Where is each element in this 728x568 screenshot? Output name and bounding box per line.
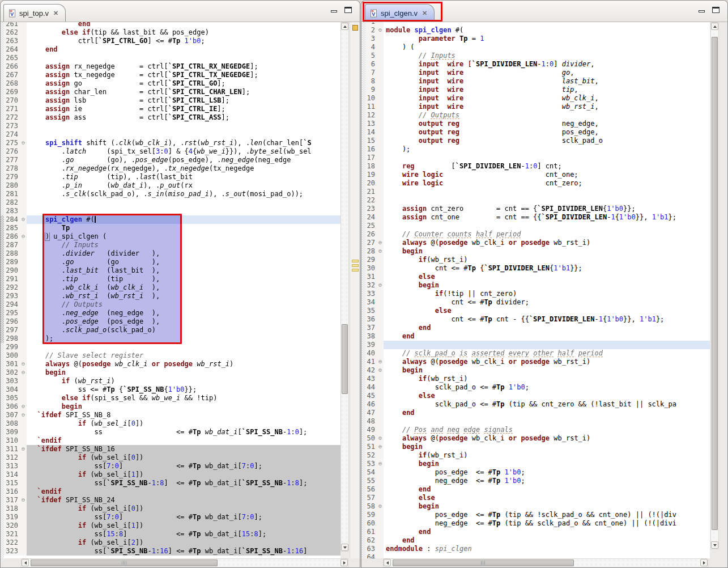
vertical-scrollbar[interactable] (340, 22, 349, 552)
code-line[interactable]: 60 neg_edge <= #Tp (tip && sclk_pad_o &&… (365, 519, 710, 528)
code-line[interactable]: 52 if(wb_rst_i) (365, 451, 710, 460)
fold-collapse-icon[interactable]: ⊖ (377, 281, 384, 290)
code-line[interactable]: 275⊖ spi_shift shift (.clk(wb_clk_i), .r… (4, 139, 340, 147)
code-line[interactable]: 34 cnt <= #Tp divider; (365, 298, 710, 307)
fold-collapse-icon[interactable]: ⊖ (20, 496, 27, 505)
vertical-scroll-thumb[interactable] (712, 37, 718, 530)
occurrence-marker[interactable] (352, 260, 359, 262)
code-line[interactable]: 278 .rx_negedge(rx_negedge), .tx_negedge… (4, 164, 340, 173)
code-line[interactable]: 277 .go (go), .pos_edge(pos_edge), .neg_… (4, 156, 340, 164)
code-line[interactable]: 316 `endif (4, 488, 340, 496)
code-line[interactable]: 21 (365, 188, 710, 196)
code-line[interactable]: 319 ss[7:0] <= #Tp wb_dat_i[7:0]; (4, 513, 340, 522)
scroll-up-arrow[interactable] (711, 23, 718, 30)
code-line[interactable]: 14 output reg pos_edge, (365, 128, 710, 137)
code-line[interactable]: 49 // Pos and neg edge signals (365, 426, 710, 434)
scroll-down-arrow[interactable] (341, 544, 348, 551)
scroll-down-arrow[interactable] (711, 541, 718, 549)
fold-collapse-icon[interactable]: ⊖ (377, 460, 384, 468)
fold-collapse-icon[interactable]: ⊖ (377, 247, 384, 256)
code-line[interactable]: 261 end (4, 22, 340, 28)
code-line[interactable]: 313 ss[7:0] <= #Tp wb_dat_i[7:0]; (4, 462, 340, 470)
code-line[interactable]: 272 assign ass = ctrl[`SPI_CTRL_ASS]; (4, 113, 340, 122)
code-line[interactable]: 268 assign go = ctrl[`SPI_CTRL_GO]; (4, 79, 340, 88)
code-line[interactable]: 37 end (365, 324, 710, 332)
code-line[interactable]: 309 ss <= #Tp wb_dat_i[`SPI_SS_NB-1:0]; (4, 428, 340, 436)
code-line[interactable]: 56 end (365, 485, 710, 494)
fold-collapse-icon[interactable]: ⊖ (377, 434, 384, 443)
fold-collapse-icon[interactable]: ⊖ (20, 368, 27, 377)
horizontal-scrollbar[interactable] (383, 558, 708, 567)
code-line[interactable]: 42⊖ begin (365, 366, 710, 375)
scroll-up-arrow[interactable] (341, 23, 348, 30)
tab-spi-top[interactable]: V spi_top.v ✕ (3, 4, 66, 22)
fold-collapse-icon[interactable]: ⊖ (377, 443, 384, 451)
code-line[interactable]: 267 assign tx_negedge = ctrl[`SPI_CTRL_T… (4, 71, 340, 79)
code-line[interactable]: 299 (4, 343, 340, 351)
code-line[interactable]: 262 else if(tip && last_bit && pos_edge) (4, 28, 340, 37)
code-line[interactable]: 282 (4, 198, 340, 207)
code-line[interactable]: 11 input wire wb_rst_i, (365, 103, 710, 111)
vertical-scrollbar[interactable] (710, 22, 719, 549)
code-line[interactable]: 270 assign lsb = ctrl[`SPI_CTRL_LSB]; (4, 96, 340, 105)
scroll-right-arrow[interactable] (700, 559, 708, 566)
scroll-right-arrow[interactable] (340, 559, 348, 566)
code-line[interactable]: 269 assign char_len = ctrl[`SPI_CTRL_CHA… (4, 88, 340, 96)
fold-collapse-icon[interactable]: ⊖ (377, 358, 384, 366)
code-line[interactable]: 53⊖ begin (365, 460, 710, 468)
code-line[interactable]: 64 (365, 553, 710, 558)
code-line[interactable]: 7 input wire go, (365, 69, 710, 77)
code-line[interactable]: 17 (365, 154, 710, 162)
code-line[interactable]: 26 // Counter counts half period (365, 230, 710, 239)
code-line[interactable]: 48 (365, 417, 710, 426)
code-line[interactable]: 305 else if(spi_ss_sel && wb_we_i && !ti… (4, 394, 340, 402)
code-line[interactable]: 35 else (365, 307, 710, 315)
code-line[interactable]: 271 assign ie = ctrl[`SPI_CTRL_IE]; (4, 105, 340, 113)
code-line[interactable]: 2⊖module spi_clgen #( (365, 26, 710, 35)
code-line[interactable]: 61 end (365, 528, 710, 536)
fold-collapse-icon[interactable]: ⊖ (377, 239, 384, 247)
code-editor-spi-top[interactable]: 261 end262 else if(tip && last_bit && po… (1, 22, 340, 558)
code-line[interactable]: 58⊖ begin (365, 502, 710, 511)
code-line[interactable]: 31 else (365, 273, 710, 281)
code-line[interactable]: 300 // Slave select register (4, 351, 340, 360)
code-line[interactable]: 30 cnt <= #Tp {`SPI_DIVIDER_LEN{1'b1}}; (365, 264, 710, 273)
fold-collapse-icon[interactable]: ⊖ (20, 411, 27, 419)
code-line[interactable]: 276 .latch (spi_tx_sel[3:0] & {4{wb_we_i… (4, 147, 340, 156)
code-line[interactable]: 302⊖ begin (4, 368, 340, 377)
fold-collapse-icon[interactable]: ⊖ (20, 445, 27, 453)
code-line[interactable]: 28⊖ begin (365, 247, 710, 256)
code-line[interactable]: 24 assign cnt_one = cnt == {{`SPI_DIVIDE… (365, 213, 710, 222)
code-line[interactable]: 317⊖ `ifdef SPI_SS_NB_24 (4, 496, 340, 505)
code-line[interactable]: 47 end (365, 409, 710, 417)
code-line[interactable]: 39 (365, 341, 710, 349)
code-line[interactable]: 273 (4, 122, 340, 130)
code-line[interactable]: 45 else (365, 392, 710, 400)
code-line[interactable]: 279 .tip (tip), .last(last_bit (4, 173, 340, 181)
code-line[interactable]: 320 if (wb_sel_i[1]) (4, 522, 340, 530)
code-line[interactable]: 23 assign cnt_zero = cnt == {`SPI_DIVIDE… (365, 205, 710, 213)
code-line[interactable]: 263 ctrl[`SPI_CTRL_GO] <= #Tp 1'b0; (4, 37, 340, 45)
code-line[interactable]: 4 ) ( (365, 43, 710, 52)
code-line[interactable]: 322 if (wb_sel_i[2]) (4, 539, 340, 547)
code-line[interactable]: 308 if (wb_sel_i[0]) (4, 419, 340, 428)
code-line[interactable]: 265 (4, 54, 340, 62)
maximize-icon[interactable] (344, 7, 352, 13)
code-line[interactable]: 38 end (365, 332, 710, 341)
code-line[interactable]: 33 if(!tip || cnt_zero) (365, 290, 710, 298)
fold-collapse-icon[interactable]: ⊖ (377, 502, 384, 511)
code-line[interactable]: 303 if (wb_rst_i) (4, 377, 340, 385)
code-line[interactable]: 27⊖ always @(posedge wb_clk_i or posedge… (365, 239, 710, 247)
code-line[interactable]: 321 ss[15:8] <= #Tp wb_dat_i[15:8]; (4, 530, 340, 539)
code-line[interactable]: 264 end (4, 45, 340, 54)
code-line[interactable]: 8 input wire last_bit, (365, 77, 710, 86)
code-line[interactable]: 50⊖ always @(posedge wb_clk_i or posedge… (365, 434, 710, 443)
overview-marker-icon[interactable] (352, 25, 358, 31)
code-line[interactable]: 301⊖ always @(posedge wb_clk_i or posedg… (4, 360, 340, 368)
code-line[interactable]: 12 // Outputs (365, 111, 710, 120)
code-line[interactable]: 15 output reg sclk_pad_o (365, 137, 710, 145)
code-line[interactable]: 41⊖ always @(posedge wb_clk_i or posedge… (365, 358, 710, 366)
code-line[interactable]: 304 ss <= #Tp {`SPI_SS_NB{1'b0}}; (4, 385, 340, 394)
code-line[interactable]: 25 (365, 222, 710, 230)
code-line[interactable]: 5 // Inputs (365, 52, 710, 60)
